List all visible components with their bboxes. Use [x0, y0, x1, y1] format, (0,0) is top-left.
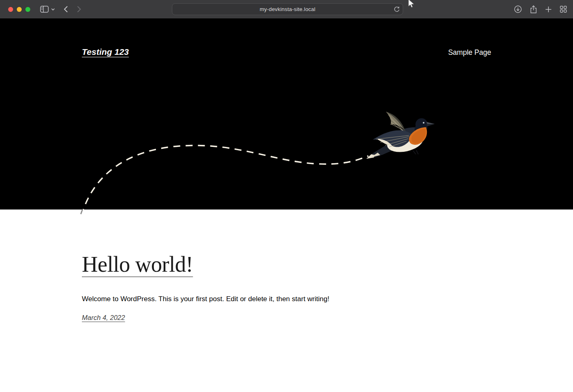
close-window-button[interactable] [8, 7, 13, 12]
site-nav: Sample Page [448, 48, 491, 57]
bird-illustration [365, 111, 435, 162]
new-tab-icon [545, 6, 552, 13]
tab-overview-icon [560, 6, 567, 13]
back-icon [64, 6, 68, 13]
sidebar-menu-button[interactable] [51, 8, 55, 11]
tab-overview-button[interactable] [560, 6, 567, 13]
mouse-cursor-icon [408, 0, 414, 10]
share-icon [530, 5, 537, 14]
site-header: Testing 123 Sample Page [0, 18, 573, 57]
reload-icon [394, 6, 400, 13]
window-controls [8, 7, 30, 12]
chevron-down-icon [51, 8, 55, 11]
browser-toolbar: my-devkinsta-site.local [0, 0, 573, 18]
downloads-icon [514, 5, 522, 13]
history-navigation [64, 6, 81, 13]
nav-item-sample-page[interactable]: Sample Page [448, 48, 491, 56]
site-hero: Testing 123 Sample Page [0, 18, 573, 210]
share-button[interactable] [530, 5, 537, 14]
browser-window: my-devkinsta-site.local [0, 0, 573, 392]
site-title-link[interactable]: Testing 123 [82, 46, 129, 57]
post-date-link[interactable]: March 4, 2022 [82, 314, 125, 322]
forward-icon [77, 6, 81, 13]
sidebar-toggle-button[interactable] [40, 6, 49, 13]
address-bar[interactable]: my-devkinsta-site.local [172, 3, 403, 15]
fullscreen-window-button[interactable] [25, 7, 30, 12]
forward-button[interactable] [77, 6, 81, 13]
back-button[interactable] [64, 6, 68, 13]
sidebar-controls [40, 6, 55, 13]
post-body-text: Welcome to WordPress. This is your first… [82, 293, 385, 304]
downloads-button[interactable] [514, 5, 522, 13]
sidebar-icon [40, 6, 49, 13]
new-tab-button[interactable] [545, 6, 552, 13]
minimize-window-button[interactable] [17, 7, 22, 12]
post-title-link[interactable]: Hello world! [82, 252, 193, 277]
reload-button[interactable] [394, 6, 400, 13]
url-text[interactable]: my-devkinsta-site.local [259, 6, 315, 12]
toolbar-right-icons [514, 5, 567, 14]
post-content-area: Hello world! Welcome to WordPress. This … [0, 210, 573, 392]
